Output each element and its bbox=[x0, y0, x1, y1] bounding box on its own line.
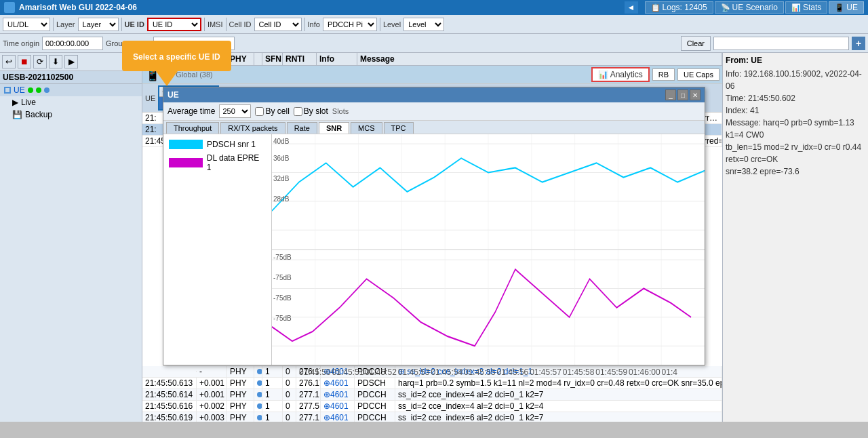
tooltip-arrow bbox=[156, 71, 178, 86]
log-0c: 0 bbox=[283, 401, 296, 412]
log-rnti: ⊕4601 bbox=[321, 412, 355, 422]
info-select[interactable]: PDCCH Pi bbox=[323, 18, 377, 31]
tab-rxtx[interactable]: RX/TX packets bbox=[220, 122, 285, 134]
sidebar-btn-1[interactable]: ↩ bbox=[2, 55, 16, 68]
x-label-9: 01:45:58 bbox=[563, 367, 595, 377]
log-dot bbox=[254, 412, 262, 422]
log-time bbox=[142, 371, 197, 372]
log-msg: ss_id=2 cce_index=4 al=2 dci=0_1 k2=4 bbox=[395, 401, 722, 412]
tab-ue-scenario[interactable]: 📡 UE Scenario bbox=[715, 1, 784, 14]
ue-icon bbox=[4, 87, 11, 94]
analytics-titlebar: UE _ □ ✕ bbox=[163, 87, 705, 102]
ue-status-dot2 bbox=[36, 87, 41, 93]
analytics-minimize-btn[interactable]: _ bbox=[665, 89, 676, 100]
right-line-1: Info: 192.168.100.15:9002, v2022-04-06 bbox=[726, 68, 865, 92]
legend-item-dl: DL data EPRE 1 bbox=[169, 153, 266, 172]
sidebar-btn-4[interactable]: ⬇ bbox=[49, 55, 62, 68]
log-time: 21:45:50.613 bbox=[142, 378, 197, 389]
log-msg: ss_id=2 cce_index=6 al=2 dci=0_1 k2=7 bbox=[395, 412, 722, 422]
right-panel-title: From: UE bbox=[726, 56, 865, 65]
log-time: 21:45:50.619 bbox=[142, 412, 197, 422]
tab-mcs[interactable]: MCS bbox=[351, 122, 382, 134]
tab-logs[interactable]: 📋 Logs: 12405 bbox=[645, 1, 713, 14]
analytics-button[interactable]: 📊 Analytics bbox=[591, 67, 650, 82]
log-0: 0 bbox=[283, 378, 296, 389]
uecaps-button[interactable]: UE Caps bbox=[677, 68, 719, 81]
analytics-title: UE bbox=[167, 90, 179, 100]
right-panel-content: Info: 192.168.100.15:9002, v2022-04-06 T… bbox=[726, 68, 865, 178]
x-label-4: 01:45:53 bbox=[398, 367, 430, 377]
tab-rate[interactable]: Rate bbox=[287, 122, 317, 134]
log-delta: +0.002 bbox=[197, 401, 227, 412]
by-cell-label[interactable]: By cell bbox=[255, 106, 289, 116]
analytics-close-btn[interactable]: ✕ bbox=[690, 89, 701, 100]
search-input[interactable] bbox=[713, 37, 849, 50]
col-rnti: RNTI bbox=[283, 53, 317, 65]
analytics-maximize-btn[interactable]: □ bbox=[677, 89, 688, 100]
level-select[interactable]: Level bbox=[403, 18, 444, 31]
col-message: Message bbox=[357, 53, 722, 65]
avg-time-select[interactable]: 2505001000 bbox=[219, 104, 251, 118]
tab-snr[interactable]: SNR bbox=[319, 122, 349, 134]
sidebar-item-backup[interactable]: 💾 Backup bbox=[0, 108, 142, 121]
cell-id-select[interactable]: Cell ID bbox=[254, 18, 302, 31]
info-label: Info bbox=[308, 20, 320, 28]
y-label-n75a: -75dB bbox=[273, 254, 292, 261]
log-dot bbox=[254, 366, 262, 377]
sidebar-btn-3[interactable]: ⟳ bbox=[33, 55, 47, 68]
layer-select[interactable]: Layer bbox=[78, 18, 119, 31]
log-row: 21:45:50.619 +0.003 PHY 1 0 277.11 ⊕4601… bbox=[142, 412, 722, 422]
x-label-7: 01:45:56 bbox=[497, 367, 529, 377]
x-label-3: 01:45:52 bbox=[365, 367, 397, 377]
sidebar-item-ue[interactable]: UE bbox=[0, 84, 142, 96]
col-info: Info bbox=[317, 53, 357, 65]
avg-time-label: Average time bbox=[167, 106, 215, 116]
log-info: PDCCH bbox=[355, 401, 395, 412]
log-2771: 277.1 bbox=[296, 389, 321, 400]
backup-label: Backup bbox=[25, 110, 52, 119]
by-cell-checkbox[interactable] bbox=[255, 107, 264, 116]
log-276b2: 276.17 bbox=[296, 378, 321, 389]
cell-id-label: Cell ID bbox=[229, 20, 252, 28]
right-line-2: Time: 21:45:50.602 bbox=[726, 92, 865, 104]
legend-label-dl: DL data EPRE 1 bbox=[207, 153, 266, 172]
title-left: Amarisoft Web GUI 2022-04-06 bbox=[4, 2, 625, 13]
sidebar-btn-stop[interactable]: ⏹ bbox=[18, 55, 31, 68]
rb-button[interactable]: RB bbox=[652, 68, 675, 81]
log-time: 21:45:50.616 bbox=[142, 401, 197, 412]
back-button[interactable]: ◄ bbox=[625, 1, 638, 14]
clear-button[interactable]: Clear bbox=[681, 36, 711, 51]
log-delta: +0.001 bbox=[197, 389, 227, 400]
mode-select[interactable]: UL/DLULDL bbox=[3, 18, 50, 31]
legend-color-pdsch bbox=[169, 140, 203, 149]
y-label-36: 36dB bbox=[273, 155, 289, 162]
x-label-10: 01:45:59 bbox=[595, 367, 627, 377]
time-origin-input[interactable] bbox=[42, 37, 103, 50]
sidebar-title: UESB-2021102500 bbox=[3, 73, 73, 82]
log-row: 21:45:50.616 +0.002 PHY 1 0 277.5 ⊕4601 … bbox=[142, 401, 722, 412]
legend-item-pdsch: PDSCH snr 1 bbox=[169, 140, 266, 149]
tab-ue[interactable]: 📱 UE bbox=[829, 1, 864, 14]
tab-stats[interactable]: 📊 Stats bbox=[785, 1, 827, 14]
log-delta: - bbox=[197, 366, 227, 377]
ue-status-dot3 bbox=[44, 87, 50, 93]
analytics-toolbar: Average time 2505001000 By cell By slot … bbox=[163, 102, 705, 121]
sidebar-item-live[interactable]: ▶ Live bbox=[0, 96, 142, 108]
by-slot-label[interactable]: By slot bbox=[294, 106, 328, 116]
by-slot-checkbox[interactable] bbox=[294, 107, 302, 116]
add-button[interactable]: + bbox=[852, 37, 865, 50]
tab-tpc[interactable]: TPC bbox=[384, 122, 414, 134]
imsi-label: IMSI bbox=[208, 20, 223, 28]
sidebar-ue-label: UE bbox=[14, 85, 25, 95]
legend-label-pdsch: PDSCH snr 1 bbox=[207, 140, 256, 149]
log-msg: ss_id=2 cce_index=4 al=2 dci=0_1 k2=7 bbox=[395, 389, 722, 400]
tab-throughput[interactable]: Throughput bbox=[166, 122, 219, 134]
x-label-2: 01:45:51 bbox=[332, 367, 364, 377]
log-layer: PHY bbox=[227, 366, 254, 377]
sidebar-btn-5[interactable]: ▶ bbox=[64, 55, 78, 68]
ue-id-select[interactable]: UE ID bbox=[147, 18, 201, 31]
log-info: PDSCH bbox=[355, 378, 395, 389]
legend-color-dl bbox=[169, 158, 203, 167]
col-sfn: SFN bbox=[262, 53, 283, 65]
chart-bottom: -75dB -75dB -75dB -75dB bbox=[272, 250, 705, 365]
